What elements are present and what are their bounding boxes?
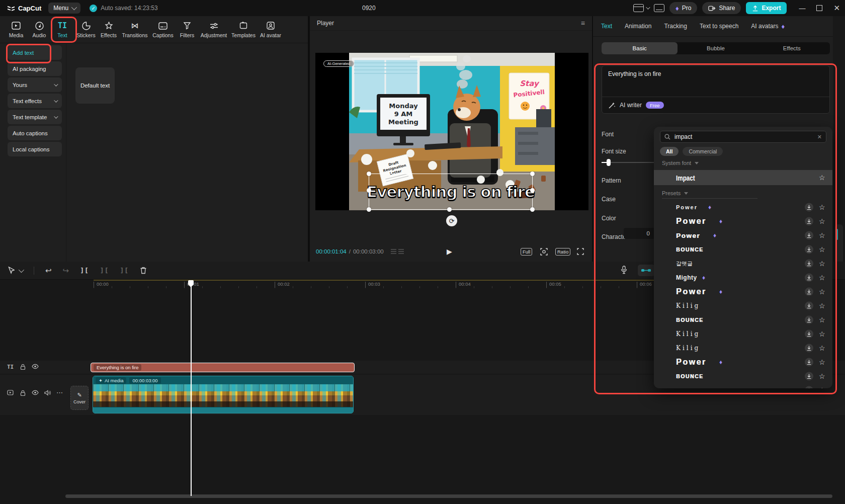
playhead-line[interactable] xyxy=(191,281,192,496)
font-row[interactable]: 갈맷글 ☆ xyxy=(654,257,832,271)
tab-text[interactable]: Text xyxy=(601,23,612,30)
font-row[interactable]: Kilig ☆ xyxy=(654,327,832,341)
font-row[interactable]: BOUNCE ☆ xyxy=(654,242,832,257)
selection-handle[interactable] xyxy=(530,172,535,176)
split-left-button[interactable]: ][ xyxy=(100,267,109,274)
tool-stickers[interactable]: Stickers xyxy=(74,17,98,42)
favorite-star-icon[interactable]: ☆ xyxy=(819,246,825,253)
sidebar-item-ai-packaging[interactable]: AI packaging xyxy=(8,61,62,76)
font-row[interactable]: Power ♦ ☆ xyxy=(654,214,832,228)
selection-handle[interactable] xyxy=(447,207,452,212)
redo-button[interactable]: ↪ xyxy=(63,266,69,275)
download-icon[interactable] xyxy=(805,302,813,310)
video-preview[interactable]: Stay Positivell xyxy=(315,53,588,210)
mute-icon[interactable] xyxy=(44,390,51,396)
font-row[interactable]: Power ♦ ☆ xyxy=(654,285,832,299)
system-font-header[interactable]: System font xyxy=(662,160,699,166)
download-icon[interactable] xyxy=(805,274,813,282)
favorite-star-icon[interactable]: ☆ xyxy=(819,316,825,323)
favorite-star-icon[interactable]: ☆ xyxy=(819,373,825,380)
sidebar-item-yours[interactable]: Yours xyxy=(8,77,62,92)
font-row-partial[interactable]: ☆ xyxy=(654,383,832,388)
tab-ai-avatars[interactable]: AI avatars ♦ xyxy=(751,23,785,30)
favorite-star-icon[interactable]: ☆ xyxy=(819,330,825,338)
download-icon[interactable] xyxy=(805,203,813,212)
font-row[interactable]: Power ♦ ☆ xyxy=(654,200,832,214)
tool-effects[interactable]: Effects xyxy=(98,17,120,42)
share-button[interactable]: Share xyxy=(702,2,741,14)
favorite-star-icon[interactable]: ☆ xyxy=(819,359,825,366)
player-menu-icon[interactable]: ≡ xyxy=(581,19,585,27)
export-button[interactable]: Export xyxy=(746,2,787,14)
download-icon[interactable] xyxy=(805,217,813,226)
download-icon[interactable] xyxy=(805,316,813,324)
favorite-star-icon[interactable]: ☆ xyxy=(819,274,825,281)
track-mode-button[interactable] xyxy=(638,265,655,276)
full-preview-button[interactable]: Full xyxy=(521,248,532,256)
sidebar-item-text-effects[interactable]: Text effects xyxy=(8,94,62,108)
favorite-star-icon[interactable]: ☆ xyxy=(819,387,825,388)
font-row[interactable]: Power ♦ ☆ xyxy=(654,355,832,369)
tool-filters[interactable]: Filters xyxy=(176,17,198,42)
tab-text-to-speech[interactable]: Text to speech xyxy=(700,23,738,30)
subtab-effects[interactable]: Effects xyxy=(754,42,830,54)
tab-animation[interactable]: Animation xyxy=(625,23,651,30)
text-overlay-selection[interactable]: Everything is on fire xyxy=(369,174,533,210)
tool-text[interactable]: TI Text xyxy=(50,17,74,42)
video-clip[interactable]: ✦ AI media 00:00:03:00 xyxy=(93,376,354,413)
ai-writer-row[interactable]: AI writer Free xyxy=(602,97,829,113)
minimize-button[interactable]: — xyxy=(799,5,805,12)
more-options-icon[interactable]: ⋯ xyxy=(56,389,63,396)
tool-media[interactable]: Media xyxy=(4,17,28,42)
subtab-bubble[interactable]: Bubble xyxy=(678,42,753,54)
text-content-box[interactable]: Everything is on fire AI writer Free xyxy=(602,65,830,114)
sidebar-item-local-captions[interactable]: Local captions xyxy=(8,142,62,156)
scrollbar-thumb[interactable] xyxy=(836,229,838,240)
select-tool-button[interactable] xyxy=(8,267,23,274)
download-icon[interactable] xyxy=(805,330,813,339)
favorite-star-icon[interactable]: ☆ xyxy=(819,204,825,211)
tool-templates[interactable]: Templates xyxy=(229,17,258,42)
download-icon[interactable] xyxy=(805,372,813,381)
font-size-slider[interactable] xyxy=(602,159,654,166)
undo-button[interactable]: ↩ xyxy=(45,266,52,275)
selection-handle[interactable] xyxy=(367,188,371,193)
panel-toggle-icon[interactable] xyxy=(654,4,664,12)
selection-handle[interactable] xyxy=(530,188,535,193)
split-right-button[interactable]: ][ xyxy=(120,267,129,274)
eye-icon[interactable] xyxy=(32,390,39,395)
fullscreen-icon[interactable] xyxy=(577,248,584,255)
font-row[interactable]: Power ♦ ☆ xyxy=(654,228,832,242)
compare-frames-icon[interactable] xyxy=(391,249,396,254)
filter-commercial[interactable]: Commercial xyxy=(683,147,723,156)
selection-handle[interactable] xyxy=(367,172,371,176)
text-content-value[interactable]: Everything is on fire xyxy=(608,70,661,77)
favorite-star-icon[interactable]: ☆ xyxy=(819,232,825,239)
ratio-button[interactable]: Ratio xyxy=(555,248,570,256)
favorite-star-icon[interactable]: ☆ xyxy=(819,302,825,309)
download-icon[interactable] xyxy=(805,245,813,254)
default-text-card[interactable]: Default text xyxy=(75,67,115,104)
favorite-star-icon[interactable]: ☆ xyxy=(819,288,825,295)
eye-icon[interactable] xyxy=(32,364,39,369)
filter-all[interactable]: All xyxy=(660,147,679,156)
tool-transitions[interactable]: ⋈ Transitions xyxy=(120,17,150,42)
lock-icon[interactable] xyxy=(20,390,26,396)
download-icon[interactable] xyxy=(805,344,813,353)
font-row[interactable]: BOUNCE ☆ xyxy=(654,313,832,327)
download-icon[interactable] xyxy=(805,231,813,240)
font-search-input[interactable] xyxy=(673,133,806,141)
download-icon[interactable] xyxy=(805,288,813,296)
maximize-button[interactable] xyxy=(816,5,822,11)
delete-button[interactable] xyxy=(140,267,147,274)
tool-audio[interactable]: Audio xyxy=(28,17,50,42)
slider-thumb[interactable] xyxy=(607,159,611,166)
tab-tracking[interactable]: Tracking xyxy=(664,23,687,30)
font-row-impact[interactable]: Impact ☆ xyxy=(654,170,832,185)
font-row[interactable]: Kilig ☆ xyxy=(654,341,832,355)
rotate-handle[interactable]: ⟳ xyxy=(446,215,457,226)
font-search-field[interactable]: ✕ xyxy=(660,131,826,143)
clear-search-icon[interactable]: ✕ xyxy=(817,134,822,140)
selection-handle[interactable] xyxy=(367,207,371,212)
font-row[interactable]: BOUNCE ☆ xyxy=(654,369,832,383)
